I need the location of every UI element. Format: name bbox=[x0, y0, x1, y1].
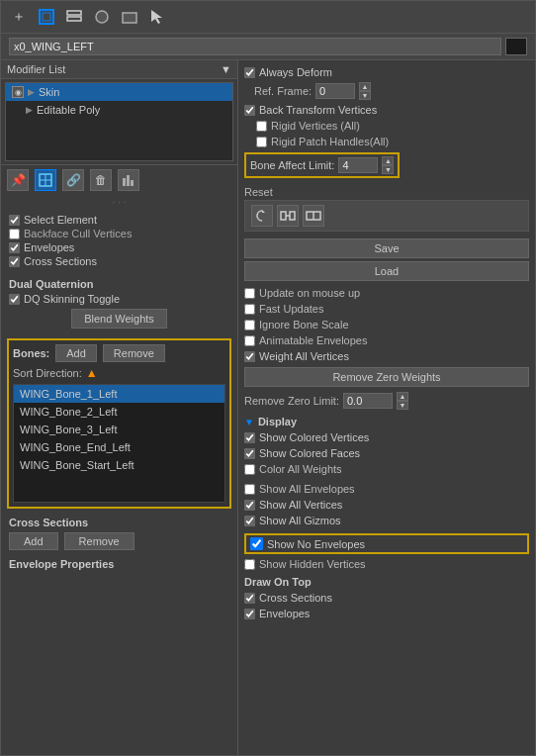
object-name-input[interactable] bbox=[9, 38, 501, 55]
bones-add-button[interactable]: Add bbox=[55, 344, 97, 362]
select-element-row: Select Element bbox=[9, 213, 229, 227]
animatable-env-checkbox[interactable] bbox=[244, 335, 255, 346]
rzl-up[interactable]: ▲ bbox=[397, 392, 408, 401]
link-tool-btn[interactable]: 🔗 bbox=[62, 169, 84, 191]
always-deform-checkbox[interactable] bbox=[244, 67, 255, 78]
layers-icon[interactable] bbox=[64, 7, 84, 27]
modifier-list-label: Modifier List bbox=[7, 63, 65, 75]
separator-dots: · · · bbox=[1, 195, 237, 210]
ref-frame-input[interactable] bbox=[315, 83, 355, 99]
animatable-env-label: Animatable Envelopes bbox=[259, 334, 367, 346]
cursor-icon[interactable] bbox=[147, 7, 167, 27]
rigid-patch-checkbox[interactable] bbox=[256, 137, 267, 147]
color-swatch[interactable] bbox=[505, 38, 527, 55]
show-all-gizmos-checkbox[interactable] bbox=[244, 516, 255, 526]
svg-point-4 bbox=[96, 11, 108, 23]
remove-zero-limit-input[interactable] bbox=[343, 393, 393, 409]
bone-affect-spinner[interactable]: ▲ ▼ bbox=[382, 156, 394, 174]
remove-zero-limit-spinner[interactable]: ▲ ▼ bbox=[397, 392, 408, 410]
remove-zero-limit-label: Remove Zero Limit: bbox=[244, 395, 339, 407]
modifier-item-editable-poly[interactable]: ▶ Editable Poly bbox=[6, 101, 232, 119]
remove-zero-weights-button[interactable]: Remove Zero Weights bbox=[244, 367, 529, 387]
save-load-section: Save Load bbox=[244, 238, 529, 281]
backface-cull-row: Backface Cull Vertices bbox=[9, 227, 229, 240]
graph-tool-btn[interactable] bbox=[118, 169, 139, 191]
ref-frame-spinner[interactable]: ▲ ▼ bbox=[359, 82, 371, 100]
envelopes-checkbox[interactable] bbox=[9, 242, 20, 253]
bone-affect-down[interactable]: ▼ bbox=[382, 165, 394, 174]
bone-item-3[interactable]: WING_Bone_3_Left bbox=[14, 421, 224, 438]
circle-icon[interactable] bbox=[92, 7, 112, 27]
eye-icon[interactable]: ◉ bbox=[12, 86, 24, 98]
modifier-dropdown-arrow[interactable]: ▼ bbox=[221, 63, 231, 75]
draw-envelopes-checkbox[interactable] bbox=[244, 609, 255, 619]
envelope-properties-section: Envelope Properties bbox=[1, 554, 237, 576]
show-no-envelopes-row: Show No Envelopes bbox=[244, 533, 529, 554]
plus-icon[interactable]: ＋ bbox=[9, 7, 29, 27]
reset-icon-3[interactable] bbox=[303, 205, 324, 227]
reset-icon-1[interactable] bbox=[251, 205, 273, 227]
modifier-item-skin[interactable]: ◉ ▶ Skin bbox=[6, 83, 232, 101]
select-element-checkbox[interactable] bbox=[9, 215, 20, 226]
ref-frame-down[interactable]: ▼ bbox=[359, 91, 371, 100]
back-transform-checkbox[interactable] bbox=[244, 105, 255, 116]
rect-icon[interactable] bbox=[120, 7, 139, 27]
move-tool-btn[interactable] bbox=[35, 169, 56, 191]
reset-icon-2[interactable] bbox=[277, 205, 299, 227]
color-all-weights-row: Color All Weights bbox=[244, 461, 529, 477]
sort-direction-row: Sort Direction: ▲ bbox=[13, 366, 225, 380]
show-all-vertices-checkbox[interactable] bbox=[244, 500, 255, 511]
update-mouse-row: Update on mouse up bbox=[244, 285, 529, 301]
bone-affect-container: Bone Affect Limit: ▲ ▼ bbox=[244, 149, 529, 181]
left-section-checks: Select Element Backface Cull Vertices En… bbox=[1, 210, 237, 271]
rzl-down[interactable]: ▼ bbox=[397, 401, 408, 410]
save-button[interactable]: Save bbox=[244, 238, 529, 258]
update-mouse-checkbox[interactable] bbox=[244, 288, 255, 299]
dq-toggle-label: DQ Skinning Toggle bbox=[24, 293, 120, 305]
bones-remove-button[interactable]: Remove bbox=[103, 344, 165, 362]
show-no-envelopes-checkbox[interactable] bbox=[250, 537, 263, 550]
ref-frame-up[interactable]: ▲ bbox=[359, 82, 371, 91]
show-all-envelopes-checkbox[interactable] bbox=[244, 484, 255, 495]
blend-weights-button[interactable]: Blend Weights bbox=[71, 309, 167, 329]
svg-rect-14 bbox=[281, 212, 286, 220]
dq-toggle-checkbox[interactable] bbox=[9, 294, 20, 305]
select-element-label: Select Element bbox=[24, 214, 97, 226]
show-colored-faces-row: Show Colored Faces bbox=[244, 445, 529, 461]
weight-all-checkbox[interactable] bbox=[244, 351, 255, 362]
bone-item-4[interactable]: WING_Bone_End_Left bbox=[14, 438, 224, 456]
bone-item-1[interactable]: WING_Bone_1_Left bbox=[14, 385, 224, 403]
sort-arrow-icon[interactable]: ▲ bbox=[86, 366, 98, 380]
envelopes-row: Envelopes bbox=[9, 240, 229, 254]
rigid-vertices-checkbox[interactable] bbox=[256, 121, 267, 132]
pin-tool-btn[interactable]: 📌 bbox=[7, 169, 29, 191]
delete-tool-btn[interactable]: 🗑 bbox=[90, 169, 112, 191]
cross-sections-checkbox[interactable] bbox=[9, 256, 20, 267]
ignore-bone-checkbox[interactable] bbox=[244, 320, 255, 331]
draw-cross-sections-checkbox[interactable] bbox=[244, 593, 255, 604]
show-hidden-vertices-checkbox[interactable] bbox=[244, 559, 255, 570]
fast-updates-checkbox[interactable] bbox=[244, 304, 255, 315]
show-hidden-vertices-row: Show Hidden Vertices bbox=[244, 556, 529, 572]
show-colored-faces-checkbox[interactable] bbox=[244, 448, 255, 459]
color-all-weights-checkbox[interactable] bbox=[244, 464, 255, 475]
bone-affect-input[interactable] bbox=[338, 157, 378, 173]
load-button[interactable]: Load bbox=[244, 261, 529, 281]
cs-add-button[interactable]: Add bbox=[9, 532, 58, 550]
svg-rect-11 bbox=[127, 175, 130, 186]
bone-item-5[interactable]: WING_Bone_Start_Left bbox=[14, 456, 224, 474]
bone-affect-up[interactable]: ▲ bbox=[382, 156, 394, 165]
dual-quaternion-section: Dual Quaternion DQ Skinning Toggle Blend… bbox=[1, 271, 237, 334]
show-colored-vertices-checkbox[interactable] bbox=[244, 432, 255, 443]
bones-label: Bones: bbox=[13, 347, 49, 359]
rigid-patch-row: Rigid Patch Handles(All) bbox=[244, 134, 529, 149]
show-all-gizmos-label: Show All Gizmos bbox=[259, 515, 341, 526]
box-icon[interactable] bbox=[37, 7, 56, 27]
show-all-vertices-row: Show All Vertices bbox=[244, 497, 529, 513]
display-label: Display bbox=[258, 416, 297, 427]
bone-item-2[interactable]: WING_Bone_2_Left bbox=[14, 403, 224, 421]
cs-remove-button[interactable]: Remove bbox=[64, 532, 134, 550]
fast-updates-label: Fast Updates bbox=[259, 303, 323, 315]
display-collapse-arrow[interactable]: ▼ bbox=[244, 417, 254, 427]
backface-cull-checkbox[interactable] bbox=[9, 229, 20, 239]
